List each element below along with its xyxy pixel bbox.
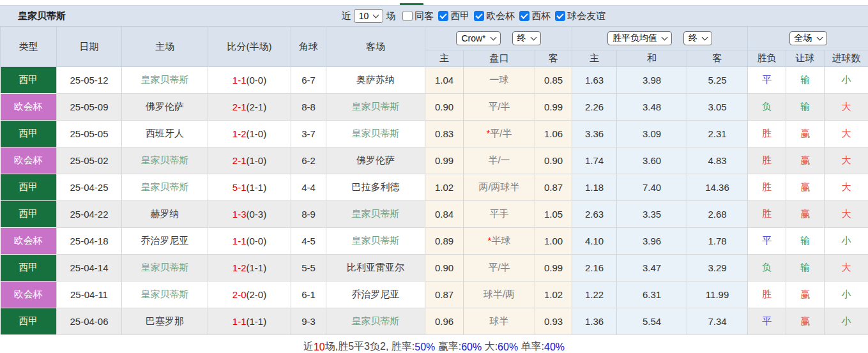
handicap-away-odds-cell: 1.00 [535, 228, 572, 255]
home-team-cell: 西班牙人 [122, 121, 208, 147]
header-type: 类型 [1, 27, 57, 67]
handicap-company-select[interactable]: Crow* [456, 31, 500, 45]
corner-cell: 5-5 [291, 255, 326, 282]
odds-home-cell: 2.63 [572, 201, 617, 228]
away-team-cell: 巴拉多利德 [326, 174, 425, 201]
goals-result-cell: 小 [825, 67, 868, 94]
score-fulltime: 2-0 [232, 289, 247, 300]
score-fulltime: 5-1 [232, 182, 247, 193]
score-halftime: (0-3) [247, 209, 267, 220]
odds-time-value: 终 [689, 33, 697, 44]
odds-away-cell: 4.83 [687, 147, 748, 174]
handicap-result-cell: 赢 [786, 121, 825, 147]
handicap-away-odds-cell: 1.06 [535, 121, 572, 147]
chevron-down-icon [490, 34, 496, 41]
filter-option-3[interactable]: 球会友谊 [551, 10, 605, 22]
handicap-home-odds-cell: 0.87 [425, 282, 464, 308]
home-team-cell: 赫罗纳 [122, 201, 208, 228]
date-cell: 25-04-25 [57, 174, 122, 201]
score-cell: 1-1(0-0) [208, 228, 291, 255]
handicap-away-odds-cell: 1.02 [535, 282, 572, 308]
filter-option-0[interactable]: 西甲 [434, 10, 469, 22]
score-halftime: (0-0) [247, 75, 267, 86]
away-team-cell: 皇家贝蒂斯 [326, 228, 425, 255]
league-cell: 西甲 [1, 67, 57, 94]
handicap-home-odds-cell: 1.02 [425, 174, 464, 201]
filter-option-1[interactable]: 欧会杯 [469, 10, 515, 22]
league-cell: 欧会杯 [1, 282, 57, 308]
filter-label: 西杯 [531, 10, 551, 22]
league-badge: 西甲 [1, 121, 57, 147]
corner-cell: 9-3 [291, 308, 326, 335]
same-away-checkbox[interactable] [402, 11, 413, 21]
filter-checkbox[interactable] [438, 11, 448, 21]
handicap-line-cell: 两/两球半 [464, 174, 535, 201]
goals-result-cell: 大 [825, 174, 868, 201]
date-cell: 25-04-18 [57, 228, 122, 255]
score-cell: 1-1(1-1) [208, 308, 291, 335]
handicap-line: 半/一 [488, 154, 510, 165]
away-team-cell: 乔治罗尼亚 [326, 282, 425, 308]
score-fulltime: 1-1 [232, 316, 247, 327]
result-cell: 负 [748, 94, 786, 121]
league-cell: 西甲 [1, 308, 57, 335]
footer-segment: 近 [303, 340, 314, 353]
handicap-line-cell: 球半/两 [464, 282, 535, 308]
league-cell: 欧会杯 [1, 94, 57, 121]
league-badge: 欧会杯 [1, 147, 57, 174]
goals-result-cell: 小 [825, 228, 868, 255]
corner-cell: 8-9 [291, 201, 326, 228]
period-select[interactable]: 全场 [789, 31, 827, 45]
odds-company-select[interactable]: 胜平负均值 [607, 31, 672, 45]
filter-checkbox[interactable] [474, 11, 484, 21]
handicap-time-select[interactable]: 终 [512, 31, 541, 45]
handicap-away-odds-cell: 0.99 [535, 94, 572, 121]
header-handicap-home: 主 [425, 50, 464, 67]
league-badge: 欧会杯 [1, 94, 57, 120]
handicap-line-cell: 平/半 [464, 94, 535, 121]
filter-checkbox[interactable] [519, 11, 529, 21]
header-result: 胜负 [748, 50, 786, 67]
same-away-option[interactable]: 同客 [398, 10, 434, 22]
date-cell: 25-05-12 [57, 67, 122, 94]
header-handicap-line: 盘口 [464, 50, 535, 67]
odds-home-cell: 1.36 [572, 308, 617, 335]
table-row: 欧会杯25-05-09佛罗伦萨2-1(2-1)8-8皇家贝蒂斯0.90平/半0.… [1, 94, 868, 121]
handicap-line-cell: 半/一 [464, 147, 535, 174]
odds-home-cell: 2.26 [572, 94, 617, 121]
league-badge: 西甲 [1, 308, 57, 334]
handicap-away-odds-cell: 1.05 [535, 201, 572, 228]
result-group-header: 全场 [748, 27, 868, 50]
handicap-result-cell: 输 [786, 255, 825, 282]
date-cell: 25-05-09 [57, 94, 122, 121]
result-cell: 平 [748, 308, 786, 335]
header-odds-draw: 和 [617, 50, 687, 67]
score-cell: 2-1(2-1) [208, 94, 291, 121]
odds-home-cell: 1.63 [572, 67, 617, 94]
table-row: 西甲25-04-25皇家贝蒂斯5-1(1-1)4-4巴拉多利德1.02两/两球半… [1, 174, 868, 201]
score-halftime: (2-0) [247, 289, 267, 300]
handicap-home-odds-cell: 1.04 [425, 67, 464, 94]
handicap-home-odds-cell: 0.90 [425, 255, 464, 282]
filter-checkbox[interactable] [555, 11, 565, 21]
score-halftime: (1-0) [247, 155, 267, 166]
footer-segment: 50% [415, 342, 435, 353]
handicap-line: 半球 [491, 235, 510, 246]
table-row: 欧会杯25-05-02皇家贝蒂斯2-1(1-0)6-2佛罗伦萨0.99半/一0.… [1, 147, 868, 174]
recent-count-select[interactable]: 10 [354, 9, 384, 23]
handicap-line: 球半/两 [483, 289, 515, 299]
handicap-line: 球半 [490, 315, 509, 326]
handicap-result-cell: 赢 [786, 308, 825, 335]
footer-segment: 大: [482, 340, 498, 353]
filter-option-2[interactable]: 西杯 [515, 10, 551, 22]
handicap-line-cell: *平/半 [464, 121, 535, 147]
odds-home-cell: 3.36 [572, 121, 617, 147]
goals-result-cell: 大 [825, 255, 868, 282]
matches-label: 场 [386, 10, 395, 22]
goals-result-cell: 大 [825, 94, 868, 121]
handicap-away-odds-cell: 0.85 [535, 67, 572, 94]
score-fulltime: 1-2 [232, 128, 247, 139]
odds-time-select[interactable]: 终 [683, 31, 712, 45]
odds-away-cell: 7.34 [687, 308, 748, 335]
league-cell: 欧会杯 [1, 228, 57, 255]
